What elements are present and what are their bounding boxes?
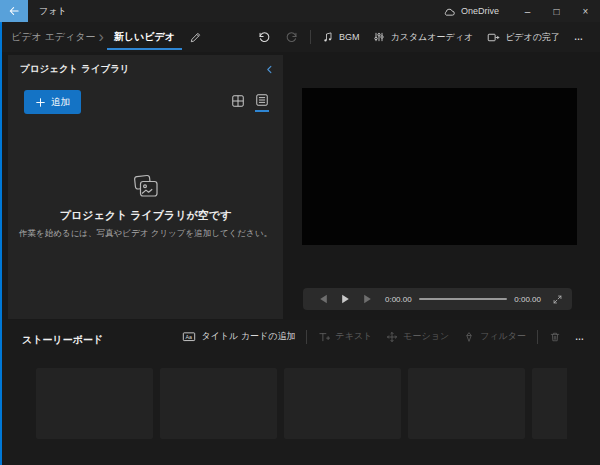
chevron-right-icon: › (98, 28, 103, 46)
text-button[interactable]: テキスト (311, 326, 379, 347)
fullscreen-button[interactable] (552, 294, 563, 305)
more-options-button[interactable]: … (567, 28, 591, 46)
previous-frame-button[interactable] (312, 288, 334, 310)
add-title-card-button[interactable]: Aa タイトル カードの追加 (175, 326, 302, 347)
command-bar: ビデオ エディター › 新しいビデオ BGM カスタムオーディオ (2, 22, 600, 52)
titlebar: フォト OneDrive – □ × (0, 0, 600, 22)
collapse-panel-button[interactable] (264, 64, 275, 75)
redo-icon (285, 30, 299, 44)
motion-button[interactable]: モーション (379, 326, 456, 347)
toolbar-separator (310, 30, 311, 44)
rename-pencil-button[interactable] (189, 31, 202, 44)
custom-audio-label: カスタムオーディオ (390, 31, 473, 44)
play-button[interactable] (334, 288, 356, 310)
detail-view-button[interactable] (255, 93, 269, 112)
bgm-label: BGM (339, 32, 360, 42)
audio-mixer-icon (373, 31, 385, 43)
photos-stack-icon (8, 173, 283, 200)
svg-text:Aa: Aa (186, 334, 193, 340)
next-frame-button[interactable] (356, 288, 378, 310)
add-media-button[interactable]: 追加 (24, 90, 81, 114)
window-accent-border (0, 22, 2, 465)
add-button-label: 追加 (51, 96, 70, 109)
toolbar-separator (537, 330, 538, 344)
add-title-card-label: タイトル カードの追加 (201, 330, 295, 343)
cloud-icon (443, 6, 456, 17)
finish-video-label: ビデオの完了 (505, 31, 560, 44)
minimize-button[interactable]: – (513, 0, 542, 22)
onedrive-button[interactable]: OneDrive (443, 6, 499, 17)
ellipsis-icon: … (574, 32, 584, 42)
current-time: 0:00.00 (385, 295, 412, 304)
library-empty-state: プロジェクト ライブラリが空です 作業を始めるには、写真やビデオ クリップを追加… (8, 173, 283, 240)
trash-icon (549, 331, 561, 343)
tab-new-video[interactable]: 新しいビデオ (107, 25, 182, 50)
music-note-icon (322, 31, 334, 43)
ellipsis-icon: … (575, 332, 585, 342)
bgm-button[interactable]: BGM (315, 27, 367, 47)
total-time: 0:00.00 (514, 295, 541, 304)
finish-video-button[interactable]: ビデオの完了 (480, 27, 567, 48)
undo-icon (257, 30, 271, 44)
breadcrumb-video-editor[interactable]: ビデオ エディター (11, 30, 95, 44)
close-button[interactable]: × (571, 0, 600, 22)
storyboard-clip-placeholder (36, 368, 153, 439)
grid-view-button[interactable] (231, 93, 245, 112)
redo-button[interactable] (278, 26, 306, 48)
project-library-title: プロジェクト ライブラリ (20, 63, 130, 76)
text-icon (318, 331, 330, 343)
back-button[interactable] (0, 0, 28, 22)
seek-slider[interactable] (419, 298, 508, 300)
storyboard-clip-placeholder (532, 368, 567, 439)
storyboard-clip-placeholder (408, 368, 525, 439)
custom-audio-button[interactable]: カスタムオーディオ (366, 27, 480, 48)
delete-button[interactable] (542, 327, 568, 347)
storyboard-clip-placeholder (284, 368, 401, 439)
plus-icon (35, 97, 46, 108)
storyboard-section: ストーリーボード Aa タイトル カードの追加 テキスト モーション フィルター (2, 320, 600, 465)
empty-state-title: プロジェクト ライブラリが空です (8, 208, 283, 223)
toolbar-separator (306, 330, 307, 344)
playback-bar: 0:00.00 0:00.00 (303, 288, 572, 310)
text-label: テキスト (335, 330, 372, 343)
maximize-button[interactable]: □ (542, 0, 571, 22)
storyboard-strip (36, 368, 567, 439)
onedrive-label: OneDrive (461, 6, 499, 16)
export-video-icon (487, 31, 500, 44)
motion-icon (386, 331, 398, 343)
motion-label: モーション (403, 330, 449, 343)
app-title: フォト (39, 5, 67, 18)
back-arrow-icon (8, 5, 20, 17)
storyboard-more-button[interactable]: … (568, 328, 592, 346)
project-library-panel: プロジェクト ライブラリ 追加 プロジェクト ライブラリが空です 作業を始めるに… (8, 55, 283, 319)
storyboard-clip-placeholder (160, 368, 277, 439)
storyboard-title: ストーリーボード (22, 333, 103, 347)
video-preview (302, 88, 577, 245)
filter-button[interactable]: フィルター (456, 326, 533, 347)
filter-icon (463, 331, 475, 343)
title-card-icon: Aa (182, 330, 196, 343)
filter-label: フィルター (480, 330, 526, 343)
empty-state-subtitle: 作業を始めるには、写真やビデオ クリップを追加してください。 (8, 228, 283, 240)
undo-button[interactable] (250, 26, 278, 48)
